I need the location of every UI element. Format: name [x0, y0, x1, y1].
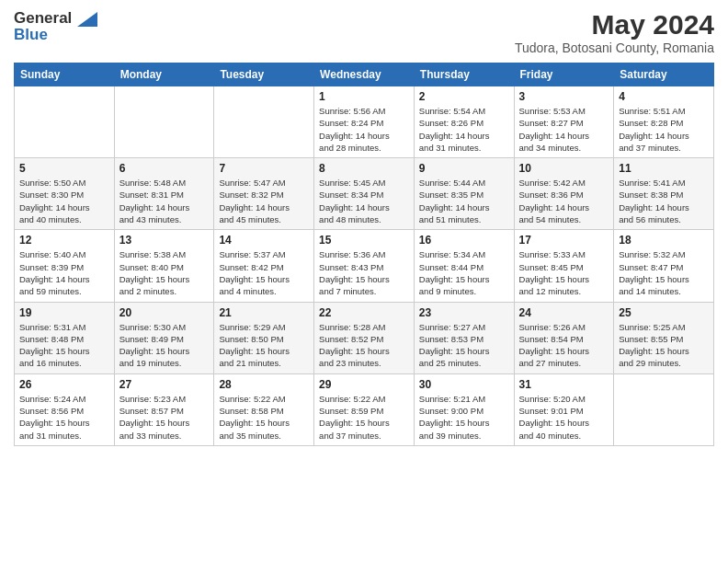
- logo: General Blue: [14, 9, 97, 44]
- day-info: Sunrise: 5:36 AM Sunset: 8:43 PM Dayligh…: [319, 248, 409, 297]
- day-cell: 29Sunrise: 5:22 AM Sunset: 8:59 PM Dayli…: [314, 373, 415, 445]
- day-cell: 19Sunrise: 5:31 AM Sunset: 8:48 PM Dayli…: [15, 302, 115, 373]
- day-cell: [214, 86, 314, 158]
- logo-general-text: General: [14, 9, 72, 27]
- day-number: 31: [519, 378, 609, 391]
- calendar-table: SundayMondayTuesdayWednesdayThursdayFrid…: [14, 63, 714, 446]
- day-cell: 13Sunrise: 5:38 AM Sunset: 8:40 PM Dayli…: [114, 230, 214, 302]
- day-cell: 23Sunrise: 5:27 AM Sunset: 8:53 PM Dayli…: [414, 302, 514, 373]
- day-info: Sunrise: 5:22 AM Sunset: 8:58 PM Dayligh…: [219, 393, 309, 442]
- day-number: 4: [619, 90, 709, 103]
- header-row: SundayMondayTuesdayWednesdayThursdayFrid…: [15, 63, 714, 86]
- day-info: Sunrise: 5:33 AM Sunset: 8:45 PM Dayligh…: [519, 248, 609, 297]
- day-number: 26: [19, 378, 109, 391]
- day-info: Sunrise: 5:56 AM Sunset: 8:24 PM Dayligh…: [319, 105, 409, 154]
- col-header-saturday: Saturday: [614, 63, 714, 86]
- day-cell: 4Sunrise: 5:51 AM Sunset: 8:28 PM Daylig…: [614, 86, 714, 158]
- col-header-sunday: Sunday: [15, 63, 115, 86]
- day-info: Sunrise: 5:41 AM Sunset: 8:38 PM Dayligh…: [619, 177, 709, 225]
- day-info: Sunrise: 5:22 AM Sunset: 8:59 PM Dayligh…: [319, 393, 409, 442]
- header: General Blue May 2024 Tudora, Botosani C…: [14, 9, 714, 55]
- day-info: Sunrise: 5:21 AM Sunset: 9:00 PM Dayligh…: [419, 393, 509, 442]
- day-cell: 18Sunrise: 5:32 AM Sunset: 8:47 PM Dayli…: [614, 230, 714, 302]
- week-row-1: 1Sunrise: 5:56 AM Sunset: 8:24 PM Daylig…: [15, 86, 714, 158]
- day-number: 17: [519, 234, 609, 247]
- day-cell: 30Sunrise: 5:21 AM Sunset: 9:00 PM Dayli…: [414, 373, 514, 445]
- day-cell: 26Sunrise: 5:24 AM Sunset: 8:56 PM Dayli…: [15, 373, 115, 445]
- day-number: 15: [319, 234, 409, 247]
- day-cell: 8Sunrise: 5:45 AM Sunset: 8:34 PM Daylig…: [314, 158, 415, 230]
- day-number: 23: [419, 306, 509, 319]
- day-info: Sunrise: 5:51 AM Sunset: 8:28 PM Dayligh…: [619, 105, 709, 154]
- day-number: 10: [519, 162, 609, 175]
- day-number: 22: [319, 306, 409, 319]
- day-number: 19: [19, 306, 109, 319]
- day-number: 2: [419, 90, 509, 103]
- day-info: Sunrise: 5:54 AM Sunset: 8:26 PM Dayligh…: [419, 105, 509, 154]
- day-number: 13: [119, 234, 210, 247]
- col-header-monday: Monday: [114, 63, 214, 86]
- day-cell: 6Sunrise: 5:48 AM Sunset: 8:31 PM Daylig…: [114, 158, 214, 230]
- logo-text: General Blue: [14, 9, 97, 44]
- day-info: Sunrise: 5:53 AM Sunset: 8:27 PM Dayligh…: [519, 105, 609, 154]
- day-info: Sunrise: 5:23 AM Sunset: 8:57 PM Dayligh…: [119, 393, 210, 442]
- day-number: 14: [219, 234, 309, 247]
- day-info: Sunrise: 5:45 AM Sunset: 8:34 PM Dayligh…: [319, 177, 409, 225]
- day-info: Sunrise: 5:27 AM Sunset: 8:53 PM Dayligh…: [419, 321, 509, 370]
- day-info: Sunrise: 5:38 AM Sunset: 8:40 PM Dayligh…: [119, 248, 210, 297]
- day-cell: 16Sunrise: 5:34 AM Sunset: 8:44 PM Dayli…: [414, 230, 514, 302]
- day-number: 11: [619, 162, 709, 175]
- col-header-thursday: Thursday: [414, 63, 514, 86]
- day-info: Sunrise: 5:30 AM Sunset: 8:49 PM Dayligh…: [119, 321, 210, 370]
- day-number: 3: [519, 90, 609, 103]
- day-cell: 28Sunrise: 5:22 AM Sunset: 8:58 PM Dayli…: [214, 373, 314, 445]
- day-number: 18: [619, 234, 709, 247]
- day-cell: [114, 86, 214, 158]
- day-number: 25: [619, 306, 709, 319]
- day-number: 12: [19, 234, 109, 247]
- day-info: Sunrise: 5:37 AM Sunset: 8:42 PM Dayligh…: [219, 248, 309, 297]
- svg-marker-0: [77, 12, 97, 27]
- day-number: 9: [419, 162, 509, 175]
- day-cell: 5Sunrise: 5:50 AM Sunset: 8:30 PM Daylig…: [15, 158, 115, 230]
- col-header-tuesday: Tuesday: [214, 63, 314, 86]
- day-cell: 9Sunrise: 5:44 AM Sunset: 8:35 PM Daylig…: [414, 158, 514, 230]
- day-number: 6: [119, 162, 210, 175]
- day-number: 8: [319, 162, 409, 175]
- day-number: 16: [419, 234, 509, 247]
- day-info: Sunrise: 5:44 AM Sunset: 8:35 PM Dayligh…: [419, 177, 509, 225]
- day-cell: 10Sunrise: 5:42 AM Sunset: 8:36 PM Dayli…: [514, 158, 614, 230]
- day-info: Sunrise: 5:32 AM Sunset: 8:47 PM Dayligh…: [619, 248, 709, 297]
- day-cell: [15, 86, 115, 158]
- day-info: Sunrise: 5:42 AM Sunset: 8:36 PM Dayligh…: [519, 177, 609, 225]
- week-row-4: 19Sunrise: 5:31 AM Sunset: 8:48 PM Dayli…: [15, 302, 714, 373]
- day-info: Sunrise: 5:28 AM Sunset: 8:52 PM Dayligh…: [319, 321, 409, 370]
- day-cell: 21Sunrise: 5:29 AM Sunset: 8:50 PM Dayli…: [214, 302, 314, 373]
- day-cell: 7Sunrise: 5:47 AM Sunset: 8:32 PM Daylig…: [214, 158, 314, 230]
- day-number: 1: [319, 90, 409, 103]
- day-info: Sunrise: 5:31 AM Sunset: 8:48 PM Dayligh…: [19, 321, 109, 370]
- day-number: 21: [219, 306, 309, 319]
- logo-blue-text: Blue: [14, 26, 97, 44]
- day-info: Sunrise: 5:48 AM Sunset: 8:31 PM Dayligh…: [119, 177, 210, 225]
- week-row-3: 12Sunrise: 5:40 AM Sunset: 8:39 PM Dayli…: [15, 230, 714, 302]
- day-cell: [614, 373, 714, 445]
- col-header-friday: Friday: [514, 63, 614, 86]
- logo-general: General: [14, 9, 97, 28]
- day-number: 28: [219, 378, 309, 391]
- day-cell: 11Sunrise: 5:41 AM Sunset: 8:38 PM Dayli…: [614, 158, 714, 230]
- day-info: Sunrise: 5:40 AM Sunset: 8:39 PM Dayligh…: [19, 248, 109, 297]
- day-number: 30: [419, 378, 509, 391]
- day-cell: 15Sunrise: 5:36 AM Sunset: 8:43 PM Dayli…: [314, 230, 415, 302]
- day-cell: 2Sunrise: 5:54 AM Sunset: 8:26 PM Daylig…: [414, 86, 514, 158]
- day-cell: 14Sunrise: 5:37 AM Sunset: 8:42 PM Dayli…: [214, 230, 314, 302]
- day-info: Sunrise: 5:24 AM Sunset: 8:56 PM Dayligh…: [19, 393, 109, 442]
- day-number: 20: [119, 306, 210, 319]
- day-info: Sunrise: 5:50 AM Sunset: 8:30 PM Dayligh…: [19, 177, 109, 225]
- day-number: 7: [219, 162, 309, 175]
- col-header-wednesday: Wednesday: [314, 63, 415, 86]
- week-row-2: 5Sunrise: 5:50 AM Sunset: 8:30 PM Daylig…: [15, 158, 714, 230]
- day-number: 29: [319, 378, 409, 391]
- title-block: May 2024 Tudora, Botosani County, Romani…: [515, 9, 714, 55]
- day-cell: 3Sunrise: 5:53 AM Sunset: 8:27 PM Daylig…: [514, 86, 614, 158]
